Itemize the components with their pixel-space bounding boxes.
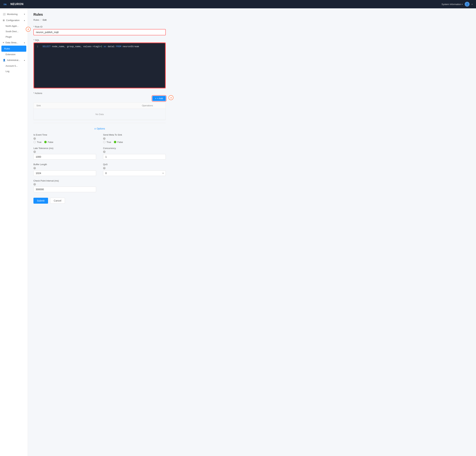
send-meta-true[interactable]: True — [103, 141, 111, 144]
submit-button[interactable]: Submit — [34, 198, 48, 204]
breadcrumb: Rules / Edit — [34, 19, 470, 21]
sql-keyword-select: SELECT — [42, 45, 52, 48]
submit-area: Submit Cancel — [34, 198, 166, 211]
chevron-up-icon2: ▴ — [24, 42, 25, 43]
monitoring-label: Monitoring — [7, 13, 17, 16]
is-event-time-false[interactable]: False — [44, 141, 53, 144]
chevron-up-icon3: ▴ — [24, 59, 25, 61]
south-devi-label: South Devi... — [6, 30, 18, 33]
send-meta-radio-false — [114, 141, 116, 143]
late-tolerance-field: Late Tolerance (ms) ? — [34, 147, 96, 160]
options-toggle[interactable]: ∧ Options — [34, 127, 166, 130]
send-meta-radio-true — [103, 141, 105, 143]
chevron-down-icon: ▾ — [462, 3, 463, 5]
config-icon: ⊞ — [3, 19, 5, 22]
log-label: Log — [6, 70, 9, 73]
is-event-time-help[interactable]: ? — [34, 137, 36, 140]
sidebar-item-extension[interactable]: Extension — [0, 52, 28, 57]
late-tolerance-input[interactable] — [34, 154, 96, 160]
late-tolerance-label: Late Tolerance (ms) — [34, 147, 96, 150]
sql-editor[interactable]: 1 SELECT node_name, group_name, values->… — [34, 43, 165, 88]
sql-node-name: node_name — [52, 45, 64, 48]
main-content: Rules Rules / Edit 2 * Rule ID * SQL 1 — [28, 8, 476, 456]
add-action-button[interactable]: + + Add — [152, 96, 166, 101]
sidebar-item-monitoring[interactable]: ⬜ Monitoring ▾ — [0, 11, 28, 17]
actions-header: 3 + + Add — [34, 96, 166, 101]
buffer-length-label: Buffer Length — [34, 163, 96, 166]
is-event-time-true[interactable]: True — [34, 141, 42, 144]
sidebar-item-configuration[interactable]: ⊞ Configuration ▴ — [0, 17, 28, 23]
late-tolerance-help[interactable]: ? — [34, 151, 36, 153]
sidebar-item-account-s[interactable]: Account S... — [0, 63, 28, 68]
table-header: Sink Operations — [34, 102, 166, 109]
send-meta-false[interactable]: False — [114, 141, 123, 144]
sidebar-item-south-devi[interactable]: South Devi... — [0, 29, 28, 34]
buffer-length-field: Buffer Length ? — [34, 163, 96, 176]
sql-values: values — [83, 45, 91, 48]
system-info-label: System Information — [442, 3, 461, 6]
chevron-up-options: ∧ — [94, 127, 96, 130]
sql-content: SELECT node_name, group_name, values->ta… — [42, 45, 139, 48]
user-avatar[interactable]: 👤 — [465, 2, 469, 7]
sidebar-item-administrator[interactable]: 👤 Administrat... ▴ — [0, 57, 28, 63]
top-navigation: ‼N NEURON System Information ▾ 👤 ▾ — [0, 0, 476, 8]
sidebar-item-rules[interactable]: Rules — [1, 46, 26, 52]
concurrency-input[interactable] — [103, 154, 166, 160]
is-event-time-radio-group: True False — [34, 141, 96, 144]
page-title: Rules — [34, 13, 470, 17]
send-meta-help[interactable]: ? — [103, 137, 105, 140]
add-icon: + — [155, 97, 156, 100]
breadcrumb-parent[interactable]: Rules — [34, 19, 39, 21]
check-point-input[interactable] — [34, 186, 96, 192]
options-grid: Is Event Time ? True False Sen — [34, 134, 166, 192]
rule-id-input[interactable] — [34, 29, 166, 35]
send-meta-label: Send Meta To Sink — [103, 134, 166, 136]
logo[interactable]: ‼N NEURON — [3, 2, 24, 6]
configuration-label: Configuration — [6, 19, 19, 22]
sql-line-1: 1 SELECT node_name, group_name, values->… — [37, 45, 162, 48]
chevron-up-icon: ▴ — [24, 19, 25, 21]
radio-true-btn — [34, 141, 36, 143]
sql-label: * SQL — [34, 39, 166, 42]
rules-label: Rules — [4, 47, 10, 50]
buffer-length-input[interactable] — [34, 170, 96, 176]
send-meta-to-sink-field: Send Meta To Sink ? True False — [103, 134, 166, 144]
buffer-length-help[interactable]: ? — [34, 167, 36, 169]
table-empty-state: No Data — [34, 109, 166, 120]
sidebar-item-north-appli[interactable]: North Appli... — [0, 23, 28, 29]
sidebar-item-data-stream[interactable]: ≡ Data Strea... ▴ — [0, 40, 28, 46]
annotation-2: 2 — [26, 27, 31, 32]
qos-help[interactable]: ? — [103, 167, 105, 169]
send-meta-radio-group: True False — [103, 141, 166, 144]
concurrency-help[interactable]: ? — [103, 151, 105, 153]
radio-false-btn — [44, 141, 47, 143]
check-point-help[interactable]: ? — [34, 183, 36, 186]
line-number: 1 — [37, 45, 40, 48]
qos-select[interactable]: 0 1 2 — [103, 170, 166, 176]
sql-label-text: * SQL — [34, 39, 40, 42]
north-appli-label: North Appli... — [6, 25, 18, 27]
system-info-button[interactable]: System Information ▾ — [442, 3, 463, 6]
monitor-icon: ⬜ — [3, 13, 6, 16]
check-point-interval-field: Check Point Interval (ms) ? — [34, 179, 96, 192]
cancel-button[interactable]: Cancel — [50, 198, 65, 204]
options-title: Options — [97, 127, 105, 130]
rule-id-field: * Rule ID — [34, 25, 166, 35]
actions-section: * Actions 3 + + Add Sink Operations No D… — [34, 92, 166, 120]
annotation-3: 3 — [169, 95, 173, 100]
sidebar: ⬜ Monitoring ▾ ⊞ Configuration ▴ North A… — [0, 8, 28, 456]
sql-stream-name: neuronStream — [123, 45, 139, 48]
actions-table: Sink Operations No Data — [34, 102, 166, 120]
concurrency-field: Concurrency ? — [103, 147, 166, 160]
user-dropdown-icon[interactable]: ▾ — [472, 3, 473, 5]
plugin-label: Plugin — [6, 35, 12, 38]
sql-group-name: group_name — [67, 45, 80, 48]
concurrency-label: Concurrency — [103, 147, 166, 150]
sidebar-item-plugin[interactable]: Plugin — [0, 34, 28, 40]
breadcrumb-current: Edit — [43, 19, 46, 21]
rule-id-label-text: * Rule ID — [34, 25, 42, 28]
actions-label-text: * Actions — [34, 92, 42, 94]
sidebar-item-log[interactable]: Log — [0, 68, 28, 74]
user-icon: 👤 — [466, 3, 468, 5]
qos-label: QoS — [103, 163, 166, 166]
